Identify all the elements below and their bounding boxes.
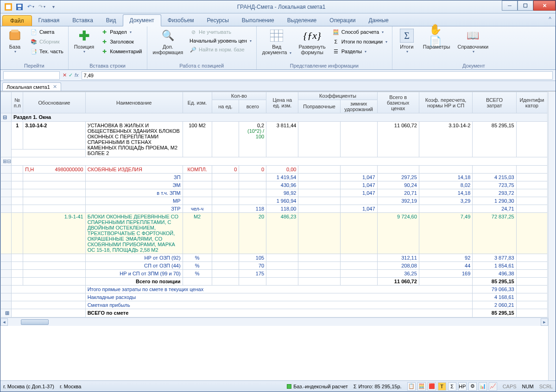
col-qty-total[interactable]: всего — [239, 100, 266, 113]
col-coef-winter[interactable]: зимних удорожаний — [340, 100, 377, 113]
accept-icon[interactable]: ✓ — [69, 72, 73, 78]
position-button[interactable]: ✚ Позиция▾ — [71, 27, 97, 55]
detail-row[interactable]: в т.ч. ЗПМ98,921,04720,7114,18293,72 — [1, 189, 548, 197]
sbornik-button[interactable]: 📚Сборник — [28, 37, 65, 46]
section-row[interactable]: ⊟ Раздел 1. Окна — [1, 113, 548, 122]
expand-formulas-button[interactable]: {ƒx} Развернутьформулы — [296, 27, 329, 56]
tab-physvolume[interactable]: Физобъем — [161, 15, 201, 26]
col-name[interactable]: Наименование — [85, 92, 183, 113]
col-qty-per[interactable]: на ед. — [212, 100, 239, 113]
collapse-ribbon-icon[interactable]: ^ — [549, 16, 551, 22]
find-norm-button[interactable]: 🔎Найти в норм. базе — [188, 45, 253, 54]
scroll-left-icon[interactable]: ◄ — [0, 318, 8, 326]
st-ico-5[interactable]: Σ — [448, 382, 456, 391]
col-base-total[interactable]: Всего в базисных ценах — [377, 92, 419, 113]
data-table[interactable]: № п.п Обоснование Наименование Ед. изм. … — [0, 92, 548, 317]
horizontal-scrollbar[interactable]: ◄ ► — [0, 317, 548, 326]
tab-home[interactable]: Главная — [32, 15, 66, 26]
hp-row[interactable]: НР от ОЗП (92)%105312,11923 877,83 — [1, 254, 548, 262]
scroll-thumb[interactable] — [21, 319, 49, 325]
document-tab[interactable]: Локальная смета1 ✕ — [2, 82, 61, 91]
razdel-button[interactable]: ✚Раздел ▾ — [99, 27, 144, 37]
maximize-button[interactable]: ☐ — [518, 0, 533, 11]
tech-button[interactable]: 📑Тех. часть — [28, 47, 65, 56]
position-totals-button[interactable]: ΣИтоги по позиции ▾ — [330, 37, 389, 46]
tab-selection[interactable]: Выделение — [281, 15, 323, 26]
col-ident[interactable]: Идентифи катор — [516, 92, 547, 113]
results-button[interactable]: Σ Итоги▾ — [395, 27, 418, 55]
total-all-row[interactable]: ⊞ВСЕГО по смете85 295,15 — [1, 309, 548, 317]
app-icon[interactable] — [3, 2, 13, 12]
hp-row[interactable]: СП от ОЗП (44)%70208,08441 854,61 — [1, 262, 548, 270]
vertical-scrollbar[interactable] — [548, 92, 556, 380]
tab-operations[interactable]: Операции — [323, 15, 362, 26]
sections-button[interactable]: ☰Разделы ▾ — [330, 47, 389, 56]
close-button[interactable]: ✕ — [533, 0, 556, 11]
st-ico-9[interactable]: 📈 — [489, 382, 497, 391]
col-coef[interactable]: Коэффициенты — [298, 92, 377, 100]
calc-method-button[interactable]: 🧮Способ расчета ▾ — [330, 27, 389, 37]
col-num[interactable]: № п.п — [12, 92, 23, 113]
row-skobyanye[interactable]: П,Н4980000000 СКОБЯНЫЕ ИЗДЕЛИЯ КОМПЛ. 0 … — [1, 166, 548, 174]
col-qty[interactable]: Кол-во — [212, 92, 266, 100]
st-ico-1[interactable]: 📋 — [407, 382, 416, 391]
detail-row[interactable]: ЭМ430,961,04790,248,02723,75 — [1, 181, 548, 189]
row-position-1[interactable]: 1 3.10-14-2 УСТАНОВКА В ЖИЛЫХ И ОБЩЕСТВЕ… — [1, 122, 548, 149]
col-basis[interactable]: Обоснование — [23, 92, 85, 113]
detail-row[interactable]: ЗП1 419,541,047297,2514,184 215,03 — [1, 174, 548, 181]
fx-icon[interactable]: fx — [75, 72, 79, 78]
save-icon[interactable] — [14, 2, 25, 12]
status-calc-mode[interactable]: Баз.-индексный расчет — [287, 384, 348, 389]
cancel-icon[interactable]: ✕ — [63, 72, 67, 78]
undo-icon[interactable]: ↶▾ — [25, 2, 36, 12]
doc-view-button[interactable]: Виддокумента ▾ — [259, 27, 294, 57]
header-button[interactable]: ✚Заголовок — [99, 37, 144, 46]
hp-row[interactable]: НР и СП от ЗПМ (99 и 70)%17536,25169496,… — [1, 270, 548, 278]
total-nr-row[interactable]: Накладные расходы4 168,61 — [1, 293, 548, 301]
tab-resources[interactable]: Ресурсы — [201, 15, 235, 26]
tab-view[interactable]: Вид — [100, 15, 123, 26]
minimize-button[interactable]: ─ — [502, 0, 518, 11]
col-price[interactable]: Цена на ед. изм. — [266, 92, 298, 113]
detail-row[interactable]: ЗТРчел-ч118118,001,04724,71 — [1, 205, 548, 213]
group-insert-row: ✚ Позиция▾ ✚Раздел ▾ ✚Заголовок ✚Коммент… — [69, 26, 147, 69]
scroll-right-icon[interactable]: ► — [541, 318, 548, 326]
sprav-button[interactable]: 📖 Справочники▾ — [455, 27, 491, 55]
st-ico-6[interactable]: НР — [458, 382, 467, 391]
st-ico-2[interactable]: 🧮 — [417, 382, 426, 391]
col-unit[interactable]: Ед. изм. — [183, 92, 212, 113]
status-sum[interactable]: ΣИтого: 85 295,15р. — [354, 384, 402, 389]
st-ico-7[interactable]: ⚙ — [468, 382, 477, 391]
redo-icon[interactable]: ↷▾ — [37, 2, 47, 12]
exclude-button[interactable]: ⊘Не учитывать — [188, 27, 253, 37]
col-coef-corr[interactable]: Поправочные — [298, 100, 340, 113]
tab-insert[interactable]: Вставка — [66, 15, 100, 26]
params-button[interactable]: ✋📄 Параметры — [420, 27, 453, 50]
st-ico-8[interactable]: 📊 — [479, 382, 487, 391]
sbornik-icon: 📚 — [30, 38, 38, 45]
base-button[interactable]: База▾ — [3, 27, 26, 55]
total-position-row[interactable]: Всего по позиции11 060,7285 295,15 — [1, 278, 548, 286]
row-expand-icons[interactable]: ⊞⊟ — [1, 157, 548, 166]
tab-document[interactable]: Документ — [123, 14, 161, 26]
tab-execution[interactable]: Выполнение — [235, 15, 281, 26]
dop-info-button[interactable]: 🔍 Доп.информация — [150, 27, 186, 56]
st-ico-3[interactable]: 🟥 — [428, 382, 436, 391]
col-recalc[interactable]: Коэф. пересчета, нормы НР и СП — [419, 92, 472, 113]
tab-data[interactable]: Данные — [362, 15, 395, 26]
row-block[interactable]: 1.9-1-41 БЛОКИ ОКОННЫЕ ДЕРЕВЯННЫЕ СО СПА… — [1, 213, 548, 254]
st-ico-4[interactable]: Т — [438, 382, 446, 391]
price-level-button[interactable]: Начальный уровень цен ▾ — [188, 37, 253, 44]
comment-button[interactable]: ✚Комментарий — [99, 47, 144, 56]
file-tab[interactable]: Файл — [2, 15, 32, 26]
close-doc-icon[interactable]: ✕ — [53, 84, 57, 90]
col-total[interactable]: ВСЕГО затрат — [473, 92, 516, 113]
detail-row[interactable]: МР1 960,94392,193,291 290,30 — [1, 197, 548, 205]
smeta-button[interactable]: 📄Смета — [28, 27, 65, 37]
total-sp-row[interactable]: Сметная прибыль2 060,21 — [1, 301, 548, 309]
plus-icon: ✚ — [101, 48, 108, 55]
total-direct-row[interactable]: Итого прямые затраты по смете в текущих … — [1, 286, 548, 293]
name-box[interactable] — [3, 71, 60, 80]
formula-input[interactable] — [82, 71, 553, 80]
qat-custom-icon[interactable]: ▾ — [48, 2, 58, 12]
